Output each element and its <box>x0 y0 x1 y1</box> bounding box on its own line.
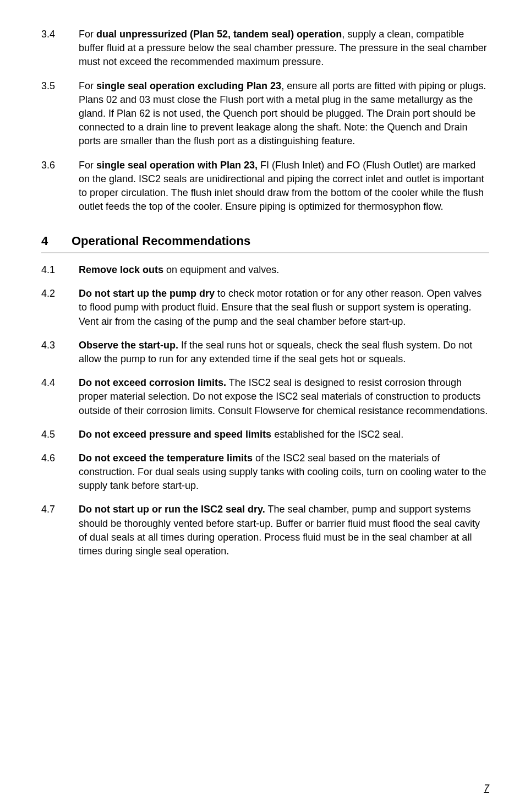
list-item: 4.5Do not exceed pressure and speed limi… <box>41 428 489 442</box>
item-number: 3.4 <box>41 28 79 69</box>
list-item: 4.1Remove lock outs on equipment and val… <box>41 263 489 277</box>
item-number: 4.7 <box>41 503 79 558</box>
list-item: 3.5For single seal operation excluding P… <box>41 79 489 149</box>
section-number: 4 <box>41 233 72 250</box>
item-number: 4.1 <box>41 263 79 277</box>
item-text: For single seal operation excluding Plan… <box>79 79 489 149</box>
list-item: 4.3Observe the start-up. If the seal run… <box>41 339 489 366</box>
item-number: 4.6 <box>41 451 79 493</box>
section-title: Operational Recommendations <box>72 233 250 250</box>
item-number: 4.2 <box>41 287 79 329</box>
page-number: 7 <box>484 782 489 795</box>
list-item: 4.7Do not start up or run the ISC2 seal … <box>41 503 489 558</box>
item-number: 3.5 <box>41 79 79 149</box>
piping-list: 3.4For dual unpressurized (Plan 52, tand… <box>41 28 489 214</box>
item-number: 4.4 <box>41 376 79 418</box>
list-item: 3.6For single seal operation with Plan 2… <box>41 159 489 214</box>
list-item: 4.2Do not start up the pump dry to check… <box>41 287 489 329</box>
list-item: 4.4Do not exceed corrosion limits. The I… <box>41 376 489 418</box>
item-text: Do not exceed the temperature limits of … <box>79 451 489 493</box>
operational-list: 4.1Remove lock outs on equipment and val… <box>41 263 489 558</box>
item-number: 4.3 <box>41 339 79 366</box>
item-text: Remove lock outs on equipment and valves… <box>79 263 489 277</box>
item-number: 3.6 <box>41 159 79 214</box>
item-text: Do not start up or run the ISC2 seal dry… <box>79 503 489 558</box>
item-text: For dual unpressurized (Plan 52, tandem … <box>79 28 489 69</box>
list-item: 4.6Do not exceed the temperature limits … <box>41 451 489 493</box>
item-text: Do not start up the pump dry to check mo… <box>79 287 489 329</box>
section-header-operational: 4 Operational Recommendations <box>41 233 489 253</box>
item-text: Do not exceed corrosion limits. The ISC2… <box>79 376 489 418</box>
item-number: 4.5 <box>41 428 79 442</box>
item-text: For single seal operation with Plan 23, … <box>79 159 489 214</box>
item-text: Observe the start-up. If the seal runs h… <box>79 339 489 366</box>
item-text: Do not exceed pressure and speed limits … <box>79 428 489 442</box>
list-item: 3.4For dual unpressurized (Plan 52, tand… <box>41 28 489 69</box>
